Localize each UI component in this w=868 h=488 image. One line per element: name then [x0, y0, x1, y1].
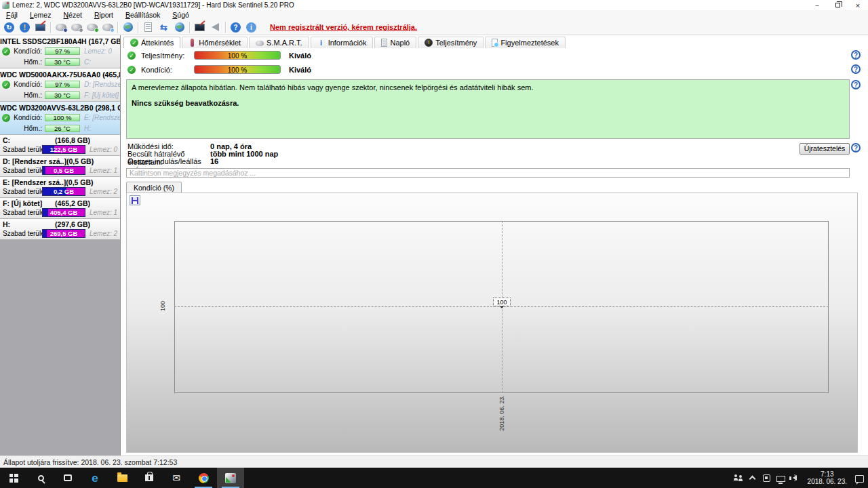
- refresh-icon: ↻: [4, 22, 14, 33]
- sidebar-partition-item[interactable]: F: [Új kötet](465,2 GB)Szabad terület405…: [0, 198, 120, 219]
- surface-test-icon[interactable]: !: [17, 21, 33, 34]
- comment-input[interactable]: [126, 168, 850, 178]
- speaker-icon: [793, 475, 797, 481]
- hard-disk-sentinel-icon: [225, 473, 236, 483]
- disk-row-right-text: F: [Új kötet]: [84, 92, 119, 99]
- register-link[interactable]: Nem regisztrált verzió, kérem regisztrál…: [270, 23, 417, 31]
- menu-item-riport[interactable]: Riport: [88, 11, 119, 19]
- partition-header: C:(166,8 GB): [0, 135, 120, 144]
- search-button[interactable]: [27, 468, 54, 488]
- info-icon[interactable]: i: [243, 21, 259, 34]
- chrome-icon[interactable]: [190, 468, 217, 488]
- tab--ttekint-s[interactable]: ✓Áttekintés: [123, 37, 180, 48]
- page-shape: [144, 22, 152, 32]
- menu-item-beállítások[interactable]: Beállítások: [119, 11, 166, 19]
- close-button[interactable]: ×: [848, 0, 868, 10]
- sound-horn-icon[interactable]: [208, 21, 223, 34]
- disk-value-bar: 26 °C: [45, 125, 80, 132]
- hard-disk-sentinel-icon[interactable]: [217, 468, 244, 488]
- free-space-bar: 269,5 GB: [42, 229, 85, 238]
- menu-item-nézet[interactable]: Nézet: [57, 11, 87, 19]
- status-action-text: Nincs szükség beavatkozásra.: [132, 99, 844, 107]
- chevron-icon: [749, 476, 755, 483]
- disk-ok-icon[interactable]: [84, 21, 100, 34]
- check-icon: ✓: [130, 39, 138, 47]
- content: INTEL SSDSC2BF180A4H (167,7 GB)✓Kondíció…: [0, 35, 868, 455]
- tab-s-m-a-r-t-[interactable]: S.M.A.R.T.: [249, 37, 309, 48]
- chart-tab-condition[interactable]: Kondíció (%): [126, 182, 182, 192]
- app-icon: [2, 1, 9, 9]
- tab-inform-ci-k[interactable]: iInformációk: [311, 37, 374, 48]
- disk-row-label: Kondíció:: [11, 114, 42, 121]
- mail-icon[interactable]: ✉: [163, 468, 190, 488]
- disk-question-icon[interactable]: [68, 21, 84, 34]
- network-globe-icon[interactable]: [120, 21, 136, 34]
- partition-header: F: [Új kötet](465,2 GB): [0, 198, 120, 207]
- restore-button[interactable]: [827, 0, 848, 10]
- tab-figyelmeztet-sek[interactable]: Figyelmeztetések: [485, 37, 566, 48]
- action-center-glyph: [855, 475, 864, 483]
- log-page-icon[interactable]: [140, 21, 156, 34]
- tray-chevron-icon[interactable]: [747, 468, 758, 488]
- tab-h-m-rs-klet[interactable]: Hőmérséklet: [182, 37, 248, 48]
- free-space-value: 0,2 GB: [43, 188, 85, 195]
- save-chart-button[interactable]: [130, 195, 140, 205]
- tray-device-icon[interactable]: [761, 468, 772, 488]
- disk-schedule-icon[interactable]: [53, 21, 68, 34]
- menu-item-súgó[interactable]: Súgó: [166, 11, 195, 19]
- status-message-box: A merevlemez állapota hibátlan. Nem talá…: [126, 79, 850, 139]
- sync-arrows-icon[interactable]: ⇆: [156, 21, 172, 34]
- remote-globes-icon[interactable]: [172, 21, 187, 34]
- report-monitor-icon[interactable]: [33, 21, 48, 34]
- taskbar-clock[interactable]: 7:132018. 06. 23.: [804, 470, 851, 485]
- screen-shape: [195, 24, 205, 31]
- partition-name: C:: [3, 136, 10, 144]
- x-axis-tick-label: 2018. 06. 23.: [498, 390, 506, 437]
- help-icon[interactable]: ?: [851, 64, 861, 74]
- sidebar-partition-item[interactable]: H:(297,6 GB)Szabad terület269,5 GBLemez:…: [0, 219, 120, 240]
- help-icon[interactable]: ?: [851, 80, 861, 89]
- free-space-label: Szabad terület: [3, 167, 42, 174]
- help-icon[interactable]: ?: [228, 21, 243, 34]
- disk-shape: [102, 24, 113, 31]
- help-icon[interactable]: ?: [851, 143, 861, 152]
- refresh-icon[interactable]: ↻: [1, 21, 17, 34]
- store-icon[interactable]: [136, 468, 163, 488]
- partition-disk-tag: Lemez: 2: [90, 230, 117, 237]
- retest-button[interactable]: Újratesztelés: [800, 143, 850, 155]
- display-edit-icon[interactable]: [192, 21, 208, 34]
- disk-search-icon[interactable]: [100, 21, 115, 34]
- disk-size: (465,8 GB): [102, 70, 120, 79]
- disk-status-row: ✓Kondíció:97 %Lemez: 0: [0, 46, 120, 56]
- tray-net-icon[interactable]: [775, 468, 787, 488]
- main-pane: ✓ÁttekintésHőmérsékletS.M.A.R.T.iInformá…: [121, 35, 868, 455]
- disk-name: WDC WD5000AAKX-75U6AA0 (465,8 GB)Lemez: …: [0, 68, 120, 79]
- sidebar-partition-item[interactable]: D: [Rendszer szá..](0,5 GB)Szabad terüle…: [0, 156, 120, 177]
- disk-status-row: ✓Kondíció:100 %E: [Rendszer s: [0, 113, 120, 123]
- menu-item-lemez[interactable]: Lemez: [24, 11, 58, 19]
- disk-model: INTEL SSDSC2BF180A4H: [0, 37, 89, 45]
- tray-speaker-icon[interactable]: [789, 468, 801, 488]
- help-icon[interactable]: ?: [851, 50, 861, 60]
- performance-label: Teljesítmény:: [141, 52, 194, 60]
- file-explorer-icon[interactable]: [108, 468, 136, 488]
- disk-shape: [56, 24, 66, 31]
- sidebar-disk-item[interactable]: INTEL SSDSC2BF180A4H (167,7 GB)✓Kondíció…: [0, 35, 120, 68]
- disk-badge: [63, 28, 68, 33]
- minimize-button[interactable]: –: [807, 0, 827, 10]
- sidebar-partition-item[interactable]: E: [Rendszer szá..](0,5 GB)Szabad terüle…: [0, 177, 120, 198]
- tab-napl-[interactable]: Napló: [374, 37, 416, 48]
- smart-icon: [256, 41, 264, 46]
- edge-icon[interactable]: e: [81, 468, 108, 488]
- sidebar-partition-item[interactable]: C:(166,8 GB)Szabad terület122,5 GBLemez:…: [0, 135, 120, 156]
- sidebar-disk-item[interactable]: WDC WD3200AVVS-63L2B0 (298,1 GB)Lemez: 2…: [0, 102, 120, 135]
- disk-value-bar: 30 °C: [45, 92, 80, 99]
- sidebar-disk-item[interactable]: WDC WD5000AAKX-75U6AA0 (465,8 GB)Lemez: …: [0, 68, 120, 102]
- tray-people-icon[interactable]: [732, 468, 744, 488]
- tab-teljes-tm-ny[interactable]: Teljesítmény: [418, 37, 484, 48]
- menu-item-fájl[interactable]: Fájl: [0, 11, 24, 19]
- task-view-button[interactable]: [54, 468, 81, 488]
- action-center-icon[interactable]: [854, 468, 865, 488]
- start-button[interactable]: [0, 468, 27, 488]
- tab-label: Információk: [328, 39, 367, 47]
